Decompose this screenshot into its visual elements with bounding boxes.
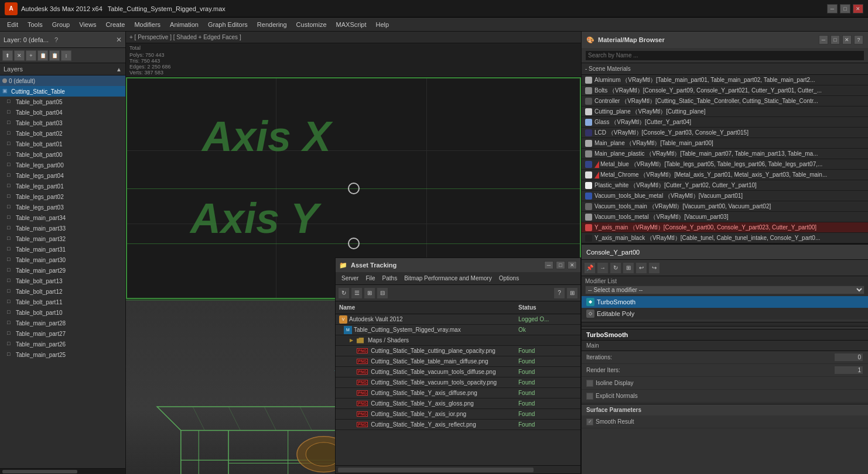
material-item-metal-chrome[interactable]: Metal_Chrome （VRayMtl）[Metal_axis_Y_part… — [582, 170, 868, 180]
layer-item[interactable]: □Table_bolt_part05 — [0, 97, 125, 107]
layer-item[interactable]: □Table_main_part28 — [0, 318, 125, 328]
mat-browser-close[interactable]: ✕ — [842, 35, 852, 44]
at-menu-file[interactable]: File — [362, 274, 378, 283]
at-menu-paths[interactable]: Paths — [379, 274, 401, 283]
material-list[interactable]: Aluminum （VRayMtl）[Table_main_part01, Ta… — [582, 75, 868, 243]
material-item-vacuum-blue[interactable]: Vacuum_tools_blue_metal （VRayMtl）[Vacuum… — [582, 191, 868, 201]
menu-animation[interactable]: Animation — [165, 20, 203, 29]
menu-views[interactable]: Views — [74, 20, 101, 29]
layer-item[interactable]: □Table_bolt_part12 — [0, 286, 125, 297]
menu-modifiers[interactable]: Modifiers — [129, 20, 165, 29]
material-item-main-plane[interactable]: Main_plane （VRayMtl）[Table_main_part00] — [582, 138, 868, 149]
layer-item[interactable]: □Table_main_part27 — [0, 328, 125, 339]
layer-item[interactable]: □Table_bolt_part02 — [0, 128, 125, 139]
material-item-cutting-plane[interactable]: Cutting_plane （VRayMtl）[Cutting_plane] — [582, 107, 868, 117]
at-tool-expand[interactable]: ⊞ — [566, 287, 578, 299]
material-item-aluminum[interactable]: Aluminum （VRayMtl）[Table_main_part01, Ta… — [582, 75, 868, 85]
layer-list[interactable]: 0 (default) ▣ Cutting_Static_Table □Tabl… — [0, 75, 125, 468]
material-item-y-axis-black[interactable]: Y_axis_main_black （VRayMtl）[Cable_tunel,… — [582, 233, 868, 243]
at-tool-list[interactable]: ☰ — [351, 287, 363, 299]
modifier-entry-editable-poly[interactable]: ◇ Editable Poly — [582, 308, 868, 320]
asset-tracking-titlebar[interactable]: 📁 Asset Tracking ─ □ ✕ — [336, 258, 580, 272]
menu-tools[interactable]: Tools — [23, 20, 47, 29]
layer-item-default[interactable]: 0 (default) — [0, 75, 125, 86]
at-row-max-file[interactable]: M Table_Cutting_System_Rigged_vray.max O… — [336, 325, 580, 335]
layer-item[interactable]: □Table_main_part31 — [0, 244, 125, 255]
at-close[interactable]: ✕ — [568, 261, 577, 269]
at-menu-server[interactable]: Server — [338, 274, 362, 283]
layer-item[interactable]: □Table_bolt_part03 — [0, 118, 125, 128]
menu-help[interactable]: Help — [371, 20, 394, 29]
at-row-png-4[interactable]: PNG Cutting_Static_Table_vacuum_tools_op… — [336, 377, 580, 388]
explicit-normals-checkbox[interactable] — [586, 393, 593, 400]
at-file-list[interactable]: V Autodesk Vault 2012 Logged O... M Tabl… — [336, 314, 580, 465]
material-item-bolts[interactable]: Bolts （VRayMtl）[Console_Y_part09, Consol… — [582, 85, 868, 96]
at-row-png-7[interactable]: PNG Cutting_Static_Table_Y_axis_ior.png … — [336, 409, 580, 420]
layer-item[interactable]: □Table_bolt_part13 — [0, 276, 125, 286]
material-item-vacuum-main[interactable]: Vacuum_tools_main （VRayMtl）[Vacuum_part0… — [582, 201, 868, 212]
layer-item[interactable]: □Table_legs_part03 — [0, 202, 125, 212]
at-tool-help[interactable]: ? — [553, 287, 565, 299]
material-search-bar[interactable] — [582, 48, 868, 63]
layer-dialog-close[interactable]: ✕ — [116, 36, 122, 44]
modifier-entry-turbosmooth[interactable]: ◆ TurboSmooth — [582, 296, 868, 308]
material-item-plastic-white[interactable]: Plastic_white （VRayMtl）[Cutter_Y_part02,… — [582, 180, 868, 191]
modifier-tool-undo[interactable]: ↩ — [635, 262, 647, 274]
layer-item[interactable]: □Table_bolt_part04 — [0, 107, 125, 118]
maximize-button[interactable]: □ — [840, 4, 850, 13]
layer-item[interactable]: □Table_main_part32 — [0, 233, 125, 244]
modifier-tool-scale[interactable]: ⊞ — [623, 262, 634, 274]
layer-item[interactable]: □Table_main_part34 — [0, 212, 125, 223]
layer-tool-paste[interactable]: 📋 — [49, 50, 60, 61]
layer-item[interactable]: □Table_legs_part00 — [0, 160, 125, 170]
menu-customize[interactable]: Customize — [292, 20, 332, 29]
layer-tool-sort[interactable]: ↕ — [61, 50, 71, 61]
layer-tool-copy[interactable]: 📋 — [37, 50, 48, 61]
material-item-glass[interactable]: Glass （VRayMtl）[Cutter_Y_part04] — [582, 117, 868, 128]
layer-scrollbar-thumb[interactable] — [2, 470, 77, 473]
material-item-lcd[interactable]: LCD （VRayMtl）[Console_Y_part03, Console_… — [582, 128, 868, 138]
layer-item[interactable]: □Table_bolt_part10 — [0, 307, 125, 318]
minimize-button[interactable]: ─ — [827, 4, 838, 13]
menu-graph-editors[interactable]: Graph Editors — [203, 20, 252, 29]
layer-tool-move-up[interactable]: ⬆ — [2, 50, 13, 61]
material-item-controller[interactable]: Controller （VRayMtl）[Cutting_Static_Tabl… — [582, 96, 868, 107]
layer-item[interactable]: □Table_bolt_part11 — [0, 297, 125, 307]
at-row-maps-shaders[interactable]: ▶ Maps / Shaders — [336, 335, 580, 346]
material-item-y-axis-main[interactable]: Y_axis_main （VRayMtl）[Console_Y_part00, … — [582, 222, 868, 233]
layer-tool-delete[interactable]: ✕ — [14, 50, 25, 61]
layer-item[interactable]: □Table_main_part29 — [0, 265, 125, 276]
at-maximize[interactable]: □ — [556, 261, 565, 269]
modifier-tool-pin[interactable]: 📌 — [584, 262, 596, 274]
at-menu-bitmap-perf[interactable]: Bitmap Performance and Memory — [401, 274, 495, 283]
modifier-tool-rotate[interactable]: ↻ — [610, 262, 621, 274]
isoline-checkbox[interactable] — [586, 380, 593, 387]
at-row-png-2[interactable]: PNG Cutting_Static_Table_table_main_diff… — [336, 356, 580, 367]
at-row-png-1[interactable]: PNG Cutting_Static_Table_cutting_plane_o… — [336, 346, 580, 356]
at-horizontal-scrollbar[interactable] — [336, 465, 580, 473]
menu-edit[interactable]: Edit — [2, 20, 23, 29]
smooth-result-checkbox[interactable] — [586, 418, 593, 425]
at-row-png-3[interactable]: PNG Cutting_Static_Table_vacuum_tools_di… — [336, 367, 580, 377]
menu-maxscript[interactable]: MAXScript — [332, 20, 371, 29]
layer-item-cutting-static-table[interactable]: ▣ Cutting_Static_Table — [0, 86, 125, 97]
modifier-list-dropdown[interactable]: -- Select a modifier -- — [585, 286, 864, 294]
layer-item[interactable]: □Table_main_part25 — [0, 349, 125, 360]
layer-item[interactable]: □Table_main_part30 — [0, 255, 125, 265]
at-row-png-8[interactable]: PNG Cutting_Static_Table_Y_axis_reflect.… — [336, 420, 580, 430]
material-search-input[interactable] — [585, 50, 864, 61]
at-scrollbar-thumb[interactable] — [338, 468, 534, 472]
menu-create[interactable]: Create — [101, 20, 129, 29]
at-minimize[interactable]: ─ — [544, 261, 553, 269]
layer-horizontal-scrollbar[interactable] — [0, 468, 125, 474]
titlebar-controls[interactable]: ─ □ ✕ — [827, 4, 863, 13]
at-menu-options[interactable]: Options — [495, 274, 522, 283]
layer-item[interactable]: □Table_legs_part04 — [0, 170, 125, 181]
layer-item[interactable]: □Table_main_part26 — [0, 339, 125, 349]
mat-browser-maximize[interactable]: □ — [831, 35, 840, 44]
layer-item[interactable]: □Table_legs_part02 — [0, 191, 125, 202]
layer-item[interactable]: □Table_bolt_part01 — [0, 139, 125, 149]
at-row-vault[interactable]: V Autodesk Vault 2012 Logged O... — [336, 314, 580, 325]
close-button[interactable]: ✕ — [853, 4, 863, 13]
render-iters-input[interactable] — [834, 366, 863, 375]
